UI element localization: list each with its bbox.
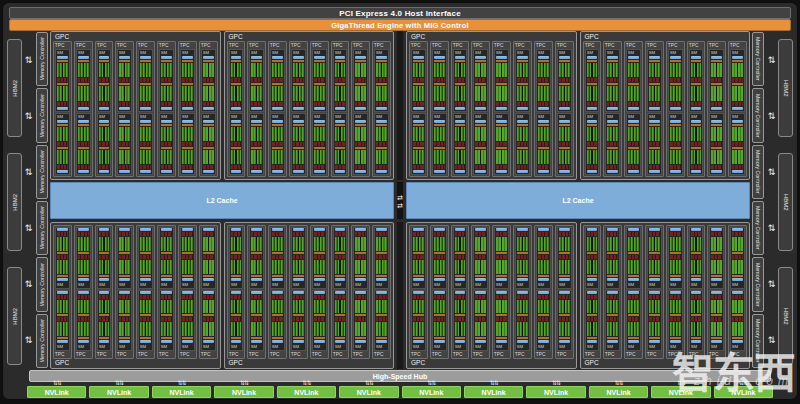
sm-shared-memory-bar (496, 170, 507, 173)
sm-core-array (538, 63, 549, 77)
sm-scheduler-bar (231, 147, 242, 149)
sm-block: SM (291, 113, 306, 176)
sm-register-band (203, 255, 214, 259)
sm-core-array (140, 260, 151, 274)
sm-core-array (538, 150, 549, 164)
sm-register-band (251, 295, 262, 299)
sm-block: SM (536, 49, 551, 112)
tpc-label: TPC (248, 43, 261, 49)
sm-register-band (649, 142, 660, 146)
sm-l1-cache-bar (57, 340, 68, 343)
sm-register-band (455, 102, 466, 106)
sm-register-band (587, 317, 598, 321)
sm-register-band (732, 78, 743, 82)
tpc-label: TPC (729, 43, 742, 49)
sm-shared-memory-bar (670, 228, 681, 231)
sm-scheduler-bar (335, 314, 346, 316)
sm-register-band (670, 78, 681, 82)
sm-scheduler-bar (587, 124, 598, 126)
sm-label: SM (77, 345, 86, 349)
sm-core-array (119, 300, 130, 314)
sm-core-array (99, 322, 110, 336)
sm-scheduler-bar (587, 275, 598, 277)
sm-core-array (161, 150, 172, 164)
sm-register-band (587, 165, 598, 169)
sm-core-array (538, 260, 549, 274)
sm-core-array (607, 300, 618, 314)
sm-l1-cache-bar (272, 278, 283, 281)
sm-label: SM (56, 345, 65, 349)
sm-block: SM (333, 113, 348, 176)
sm-core-array (649, 237, 660, 251)
sm-register-band (670, 255, 681, 259)
sm-core-array (732, 300, 743, 314)
sm-shared-memory-bar (355, 228, 366, 231)
sm-core-array (691, 322, 702, 336)
sm-scheduler-bar (538, 83, 549, 85)
sm-core-array (182, 237, 193, 251)
sm-label: SM (202, 345, 211, 349)
tpc-block: TPCSMSM (451, 41, 470, 177)
sm-l1-cache-bar (119, 340, 130, 343)
sm-scheduler-bar (203, 83, 214, 85)
sm-block: SM (201, 227, 216, 289)
sm-scheduler-bar (517, 83, 528, 85)
sm-core-array (475, 150, 486, 164)
sm-scheduler-bar (231, 83, 242, 85)
sm-register-band (293, 232, 304, 236)
sm-scheduler-bar (607, 275, 618, 277)
nvlink-block: NVLink (526, 386, 585, 398)
sm-register-band (376, 232, 387, 236)
sm-stack: SMSM (667, 226, 684, 351)
memory-controller-label: Memory Controller (755, 319, 760, 362)
sm-core-array (293, 322, 304, 336)
memory-controller-label: Memory Controller (755, 206, 760, 249)
hbm2-column-left: HBM2HBM2HBM2 (7, 39, 22, 365)
sm-core-array (99, 150, 110, 164)
memory-controller-label: Memory Controller (755, 37, 760, 80)
sm-shared-memory-bar (376, 170, 387, 173)
sm-l1-cache-bar (475, 120, 486, 123)
sm-block: SM (668, 227, 683, 289)
sm-l1-cache-bar (78, 56, 89, 59)
sm-block: SM (432, 49, 447, 112)
sm-shared-memory-bar (314, 170, 325, 173)
sm-l1-cache-bar (376, 56, 387, 59)
sm-scheduler-bar (496, 252, 507, 254)
sm-register-band (355, 232, 366, 236)
sm-scheduler-bar (376, 337, 387, 339)
sm-core-array (538, 300, 549, 314)
sm-block: SM (353, 113, 368, 176)
sm-label: SM (474, 114, 483, 118)
sm-shared-memory-bar (140, 170, 151, 173)
sm-scheduler-bar (517, 147, 528, 149)
screenshot-stage: PCI Express 4.0 Host Interface GigaThrea… (0, 0, 800, 404)
sm-label: SM (710, 114, 719, 118)
sm-register-band (293, 78, 304, 82)
sm-register-band (475, 142, 486, 146)
sm-label: SM (537, 345, 546, 349)
sm-register-band (649, 232, 660, 236)
sm-core-array (711, 322, 722, 336)
sm-core-array (182, 127, 193, 141)
sm-block: SM (374, 227, 389, 289)
sm-l1-cache-bar (587, 340, 598, 343)
sm-l1-cache-bar (607, 340, 618, 343)
sm-l1-cache-bar (496, 56, 507, 59)
sm-scheduler-bar (293, 314, 304, 316)
sm-label: SM (586, 51, 595, 55)
sm-block: SM (605, 49, 620, 112)
bidirectional-arrow-icon: ⇅ (25, 56, 33, 65)
sm-register-band (649, 78, 660, 82)
nvlink-cell: ⇅⇅NVLink (651, 381, 710, 398)
sm-core-array (517, 86, 528, 100)
sm-scheduler-bar (628, 252, 639, 254)
sm-register-band (272, 295, 283, 299)
sm-scheduler-bar (496, 314, 507, 316)
tpc-label: TPC (584, 43, 597, 49)
tpc-label: TPC (625, 352, 638, 358)
sm-shared-memory-bar (711, 228, 722, 231)
sm-scheduler-bar (119, 275, 130, 277)
sm-register-band (628, 317, 639, 321)
tpc-label: TPC (472, 43, 485, 49)
